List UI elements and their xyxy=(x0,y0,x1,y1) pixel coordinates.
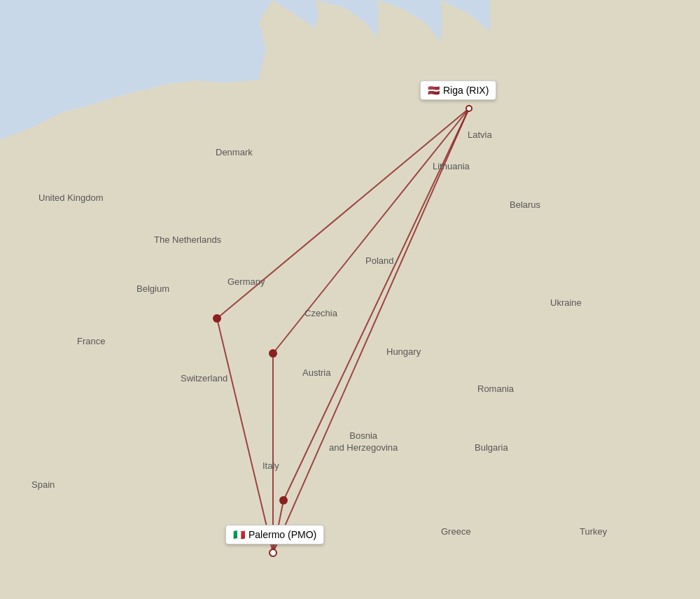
waypoint-dot-3 xyxy=(279,496,288,505)
palermo-airport-dot xyxy=(269,549,277,557)
waypoint-dot-1 xyxy=(213,314,221,323)
map-container: United Kingdom France Spain The Netherla… xyxy=(0,0,700,599)
map-svg xyxy=(0,0,700,599)
riga-airport-dot xyxy=(465,105,472,112)
waypoint-dot-2 xyxy=(269,349,277,358)
